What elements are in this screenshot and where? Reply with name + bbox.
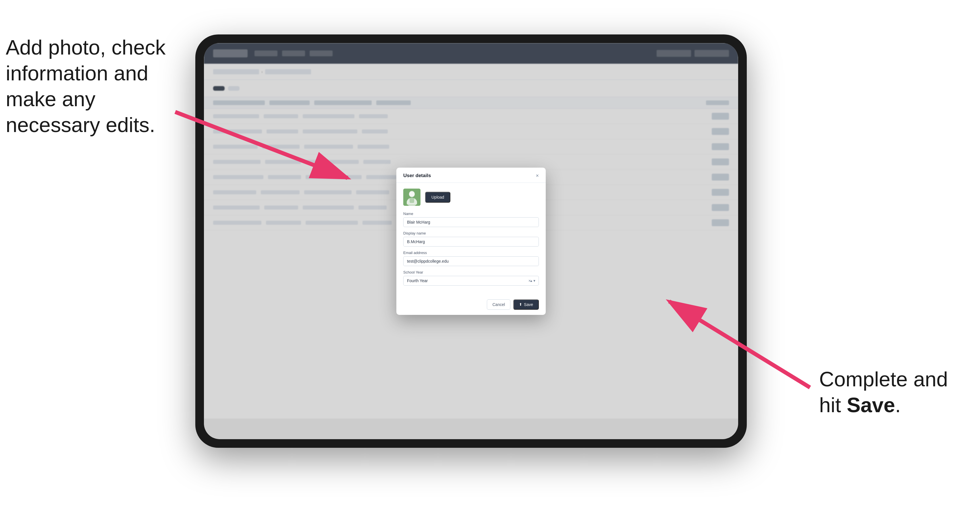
right-annotation-text: Complete and hit Save. <box>819 368 948 416</box>
modal-body: Upload Name Display name Email addre <box>396 183 546 295</box>
school-year-input[interactable] <box>403 276 539 286</box>
svg-point-2 <box>407 198 417 206</box>
modal-footer: Cancel ⬆ Save <box>396 295 546 315</box>
school-year-label: School Year <box>403 270 539 275</box>
school-year-select-wrapper: × ▲▼ <box>403 276 539 286</box>
svg-rect-3 <box>410 197 414 203</box>
right-annotation: Complete and hit Save. <box>819 366 969 418</box>
modal-overlay: User details × <box>204 43 738 439</box>
display-name-field-group: Display name <box>403 231 539 246</box>
save-button[interactable]: ⬆ Save <box>513 299 539 310</box>
tablet-screen: › <box>204 43 738 439</box>
chevron-down-icon: ▲▼ <box>530 279 536 283</box>
photo-placeholder-icon <box>403 189 420 206</box>
save-bold-text: Save <box>847 394 895 416</box>
school-year-field-group: School Year × ▲▼ <box>403 270 539 286</box>
cancel-button[interactable]: Cancel <box>487 299 511 310</box>
modal-header: User details × <box>396 168 546 183</box>
email-field-group: Email address <box>403 251 539 266</box>
photo-section: Upload <box>403 189 539 206</box>
user-details-modal: User details × <box>396 168 546 315</box>
name-field-group: Name <box>403 211 539 227</box>
email-input[interactable] <box>403 256 539 266</box>
email-label: Email address <box>403 251 539 255</box>
save-button-label: Save <box>524 302 533 307</box>
modal-close-button[interactable]: × <box>536 173 539 178</box>
modal-title: User details <box>403 173 431 179</box>
svg-point-1 <box>409 192 415 197</box>
display-name-label: Display name <box>403 231 539 235</box>
user-photo <box>403 189 420 206</box>
upload-photo-button[interactable]: Upload <box>425 192 450 203</box>
display-name-input[interactable] <box>403 237 539 246</box>
left-annotation-text: Add photo, check information and make an… <box>6 36 165 137</box>
name-label: Name <box>403 211 539 216</box>
left-annotation: Add photo, check information and make an… <box>6 35 172 138</box>
name-input[interactable] <box>403 217 539 227</box>
save-icon: ⬆ <box>519 302 522 306</box>
tablet-frame: › <box>195 35 747 448</box>
